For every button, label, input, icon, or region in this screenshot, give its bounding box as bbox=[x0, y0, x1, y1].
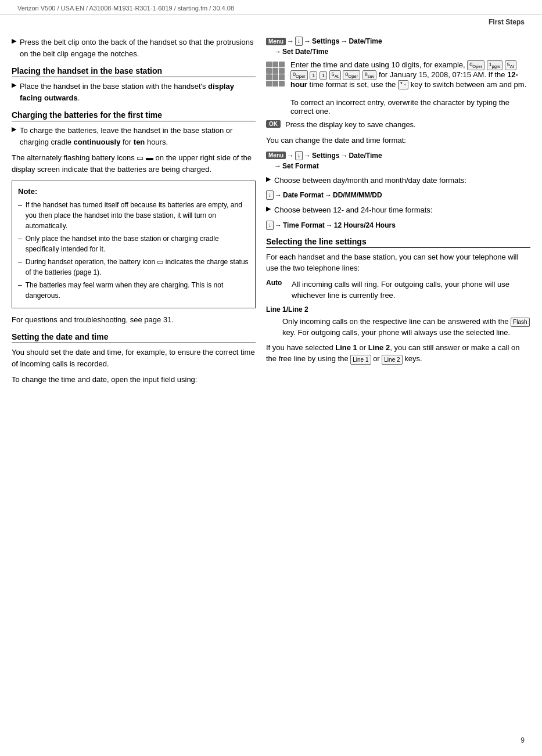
for-jan-text: for January 15, 2008, 07:15 AM. If the bbox=[379, 70, 507, 79]
dash-icon-3: – bbox=[18, 257, 22, 278]
nav-key-2: ↓ bbox=[295, 151, 303, 160]
key-grid-4 bbox=[266, 68, 272, 74]
if-selected-text: If you have selected Line 1 or Line 2, y… bbox=[266, 342, 530, 365]
digit-1c: 1 bbox=[320, 71, 327, 80]
arrow-10: → bbox=[325, 191, 332, 199]
right-column: Menu → ↓ → Settings → Date/Time → Set Da… bbox=[266, 37, 530, 390]
arrow-7: → bbox=[340, 152, 347, 160]
time-format-value: 12 Hours/24 Hours bbox=[334, 221, 396, 229]
arrow-9: → bbox=[275, 191, 282, 199]
digit-0oper2: 0Oper bbox=[290, 70, 308, 80]
keypad-grid bbox=[266, 62, 286, 87]
line1-key: Line 1 bbox=[350, 355, 371, 365]
ok-text: Press the display key to save changes. bbox=[285, 120, 416, 129]
key-grid-10 bbox=[266, 81, 272, 87]
choose-time-text: Choose between 12- and 24-hour time form… bbox=[274, 204, 530, 216]
setformat-label: Set Format bbox=[282, 162, 319, 170]
line12-text-block: Only incoming calls on the respective li… bbox=[282, 316, 530, 339]
digit-5at2: 5At bbox=[329, 70, 341, 80]
key-grid-5 bbox=[272, 68, 278, 74]
arrow-8: → bbox=[274, 162, 281, 170]
digit-0open: 0Oper bbox=[467, 60, 484, 70]
charging-section-title: Charging the batteries for the first tim… bbox=[12, 110, 256, 121]
digit-8suv: 8suv bbox=[362, 70, 377, 80]
choose-day-arrow: ▶ bbox=[266, 175, 271, 183]
arrow-4: → bbox=[274, 48, 281, 56]
continuously-bold: continuously bbox=[74, 138, 121, 146]
correct-text: To correct an incorrect entry, overwrite… bbox=[290, 98, 509, 116]
note-item-4: – The batteries may feel warm when they … bbox=[18, 280, 249, 301]
arrow-5: → bbox=[287, 152, 294, 160]
arrow-3: → bbox=[340, 37, 347, 45]
dash-icon-4: – bbox=[18, 280, 22, 301]
time-format-label: Time Format bbox=[283, 221, 325, 229]
arrow-11: → bbox=[275, 221, 282, 229]
digit-5at: 5At bbox=[505, 60, 516, 70]
placing-section-title: Placing the handset in the base station bbox=[12, 66, 256, 77]
belt-clip-text: Press the belt clip onto the back of the… bbox=[20, 37, 256, 59]
key-grid-9 bbox=[279, 74, 285, 80]
date-section-title: Setting the date and time bbox=[12, 332, 256, 343]
note-text-4: The batteries may feel warm when they ar… bbox=[26, 280, 249, 301]
menu-key-1: Menu bbox=[266, 38, 286, 45]
choose-day-text: Choose between day/month and month/day d… bbox=[274, 175, 530, 186]
placing-arrow-icon: ▶ bbox=[12, 81, 16, 89]
datetime-label-1: Date/Time bbox=[349, 37, 382, 45]
arrow-2: → bbox=[304, 37, 311, 45]
nav-key-4: ↓ bbox=[266, 221, 274, 230]
key-grid-8 bbox=[272, 74, 278, 80]
note-text-1: If the handset has turned itself off bec… bbox=[26, 200, 249, 231]
choose-time-arrow: ▶ bbox=[266, 205, 271, 213]
digit-0oper3: 0Oper bbox=[343, 70, 360, 80]
key-grid-1 bbox=[266, 62, 272, 67]
arrow-6: → bbox=[304, 152, 311, 160]
left-column: ▶ Press the belt clip onto the back of t… bbox=[12, 37, 256, 390]
line12-setting-block: Line 1/Line 2 Only incoming calls on the… bbox=[266, 305, 530, 339]
auto-setting-block: Auto All incoming calls will ring. For o… bbox=[266, 279, 530, 301]
auto-text: All incoming calls will ring. For outgoi… bbox=[292, 279, 530, 301]
switch-text: key to switch between am and pm. bbox=[411, 80, 526, 89]
auto-label: Auto bbox=[266, 279, 287, 301]
date-para1: You should set the date and time, for ex… bbox=[12, 347, 256, 369]
line12-label: Line 1/Line 2 bbox=[266, 305, 308, 314]
can-change-text: You can change the date and time format: bbox=[266, 135, 530, 146]
placing-text: Place the handset in the base station wi… bbox=[20, 81, 256, 103]
choose-time-bullet: ▶ Choose between 12- and 24-hour time fo… bbox=[266, 204, 530, 216]
line-settings-title: Selecting the line settings bbox=[266, 237, 530, 248]
star-key: * ◦ bbox=[398, 80, 408, 89]
line-settings-intro: For each handset and the base station, y… bbox=[266, 251, 530, 274]
flash-key: Flash bbox=[511, 318, 529, 327]
charging-arrow-icon: ▶ bbox=[12, 125, 16, 133]
page: Verizon V500 / USA EN / A31008-M1931-R30… bbox=[0, 0, 542, 756]
key-grid-11 bbox=[272, 81, 278, 87]
line1-inline: Line 1 bbox=[335, 343, 357, 352]
arrow-12: → bbox=[326, 221, 333, 229]
nav-path-1: Menu → ↓ → Settings → Date/Time bbox=[266, 37, 530, 46]
troubleshoot-text: For questions and troubleshooting, see p… bbox=[12, 314, 256, 326]
note-box: Note: – If the handset has turned itself… bbox=[12, 181, 256, 308]
enter-time-text: Enter the time and date using 10 digits,… bbox=[290, 60, 467, 69]
time-format-text: time format is set, use the bbox=[310, 80, 398, 89]
note-text-3: During handset operation, the battery ic… bbox=[26, 257, 249, 278]
note-text-2: Only place the handset into the base sta… bbox=[26, 233, 249, 254]
header-left: Verizon V500 / USA EN / A31008-M1931-R30… bbox=[17, 5, 234, 12]
key-grid-7 bbox=[266, 74, 272, 80]
date-format-label: Date Format bbox=[283, 191, 324, 199]
key-grid-6 bbox=[279, 68, 285, 74]
note-item-2: – Only place the handset into the base s… bbox=[18, 233, 249, 254]
footer-page-num: 9 bbox=[521, 736, 525, 744]
keypad-icon-block bbox=[266, 62, 286, 87]
date-format-value: DD/MM/MM/DD bbox=[333, 191, 382, 199]
key-grid-12 bbox=[279, 81, 285, 87]
datetime-label-2: Date/Time bbox=[349, 152, 382, 160]
two-col-layout: ▶ Press the belt clip onto the back of t… bbox=[0, 31, 542, 396]
enter-time-block: Enter the time and date using 10 digits,… bbox=[266, 60, 530, 116]
arrow-1: → bbox=[287, 37, 294, 45]
placing-bullet: ▶ Place the handset in the base station … bbox=[12, 81, 256, 103]
dash-icon-1: – bbox=[18, 200, 22, 231]
ten-bold: ten bbox=[134, 138, 145, 146]
note-item-1: – If the handset has turned itself off b… bbox=[18, 200, 249, 231]
nav-date-format: ↓ → Date Format → DD/MM/MM/DD bbox=[266, 190, 530, 200]
date-para2: To change the time and date, open the in… bbox=[12, 374, 256, 386]
dash-icon-2: – bbox=[18, 233, 22, 254]
